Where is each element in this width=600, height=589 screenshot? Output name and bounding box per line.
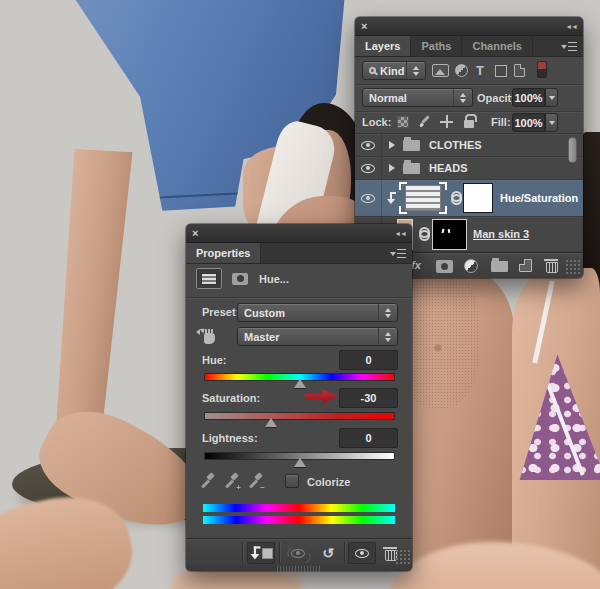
visibility-toggle[interactable] xyxy=(355,134,382,156)
delete-layer-button[interactable] xyxy=(544,258,558,272)
lightness-slider[interactable] xyxy=(204,452,395,470)
visibility-toggle[interactable] xyxy=(355,180,382,216)
new-group-button[interactable] xyxy=(491,261,508,272)
tab-layers[interactable]: Layers xyxy=(355,36,411,56)
lightness-value-input[interactable]: 0 xyxy=(339,428,398,448)
close-icon[interactable]: × xyxy=(192,228,198,239)
chevron-updown-icon xyxy=(406,62,419,79)
eyedropper-icon[interactable] xyxy=(200,473,216,490)
hue-slider-thumb[interactable] xyxy=(294,379,306,388)
panel-height-grip[interactable] xyxy=(277,566,321,572)
new-adjustment-layer-button[interactable] xyxy=(464,259,478,273)
layers-panel-titlebar[interactable]: × ◄◄ xyxy=(355,17,583,36)
add-layer-mask-button[interactable] xyxy=(436,260,453,273)
layer-mask-thumbnail[interactable] xyxy=(463,183,493,213)
opacity-value[interactable]: 100% xyxy=(512,88,545,107)
preset-dropdown[interactable]: Custom xyxy=(237,303,398,322)
saturation-slider-track[interactable] xyxy=(204,412,395,420)
hue-spectrum-bar-bottom xyxy=(203,516,395,524)
layer-style-button[interactable]: fx xyxy=(411,259,421,271)
colorize-checkbox[interactable] xyxy=(285,474,299,488)
panel-menu-icon[interactable] xyxy=(390,249,406,258)
artwork-man-torso xyxy=(398,268,514,580)
channel-dropdown[interactable]: Master xyxy=(237,327,398,346)
saturation-label: Saturation: xyxy=(202,392,260,404)
targeted-adjustment-tool-icon[interactable] xyxy=(200,329,217,345)
filtering-toggle-switch[interactable] xyxy=(537,61,547,78)
masks-button[interactable] xyxy=(227,268,253,289)
filter-kind-value: Kind xyxy=(380,65,404,77)
close-icon[interactable]: × xyxy=(361,21,367,32)
layer-mask-thumbnail[interactable] xyxy=(432,219,467,250)
filter-type-layers-icon[interactable]: T xyxy=(476,64,484,77)
panel-resize-grip[interactable] xyxy=(395,549,410,564)
eyedropper-subtract-icon[interactable]: − xyxy=(248,473,264,490)
hue-value-input[interactable]: 0 xyxy=(339,350,398,370)
expand-group-icon[interactable] xyxy=(389,164,395,172)
clip-to-layer-button[interactable] xyxy=(247,542,275,564)
chevron-updown-icon xyxy=(378,304,391,321)
filter-kind-dropdown[interactable]: Kind xyxy=(362,61,426,80)
properties-footer xyxy=(186,566,412,571)
collapse-panel-icon[interactable]: ◄◄ xyxy=(565,23,577,30)
lock-transparency-icon[interactable] xyxy=(397,116,409,128)
preset-value: Custom xyxy=(244,307,285,319)
expand-group-icon[interactable] xyxy=(389,141,395,149)
layer-row-heads[interactable]: HEADS xyxy=(355,157,583,180)
filter-pixel-layers-icon[interactable] xyxy=(432,64,449,77)
properties-bottom-bar: ↺ xyxy=(186,538,412,566)
view-previous-state-button[interactable] xyxy=(283,542,313,564)
visibility-toggle[interactable] xyxy=(355,157,382,179)
properties-panel-titlebar[interactable]: × ◄◄ xyxy=(186,224,412,243)
clip-to-layer-icon xyxy=(249,546,261,560)
collapse-panel-icon[interactable]: ◄◄ xyxy=(394,230,406,237)
reset-adjustment-button[interactable]: ↺ xyxy=(315,542,341,564)
hue-saturation-thumbnail[interactable] xyxy=(405,185,441,211)
eye-icon xyxy=(361,141,375,150)
fill-dropdown-button[interactable] xyxy=(545,113,558,132)
blend-mode-dropdown[interactable]: Normal xyxy=(362,88,473,107)
tab-properties[interactable]: Properties xyxy=(186,243,261,263)
eye-icon xyxy=(361,164,375,173)
layer-name[interactable]: Hue/Saturation xyxy=(500,192,578,204)
tab-paths[interactable]: Paths xyxy=(411,36,462,56)
eye-cycle-icon xyxy=(291,549,305,558)
tab-channels[interactable]: Channels xyxy=(462,36,533,56)
lightness-slider-thumb[interactable] xyxy=(294,458,306,467)
chevron-updown-icon xyxy=(378,328,391,345)
reset-icon: ↺ xyxy=(322,546,334,560)
saturation-value-input[interactable]: -30 xyxy=(339,388,398,408)
layer-row-hue-saturation[interactable]: Hue/Saturation xyxy=(355,180,583,217)
layer-name[interactable]: CLOTHES xyxy=(429,139,482,151)
new-layer-button[interactable] xyxy=(519,259,532,272)
adjustment-thumbnail-frame xyxy=(399,182,447,214)
fill-label: Fill: xyxy=(491,116,511,128)
adjustment-title: Hue... xyxy=(259,273,289,285)
filter-smart-objects-icon[interactable] xyxy=(514,64,525,77)
eyedropper-add-icon[interactable]: + xyxy=(224,473,240,490)
layer-name[interactable]: Man skin 3 xyxy=(473,228,529,240)
properties-panel-tabbar: Properties xyxy=(186,243,412,264)
mask-link-icon[interactable] xyxy=(418,227,427,241)
filter-adjustment-layers-icon[interactable] xyxy=(455,64,468,77)
group-folder-icon xyxy=(403,163,420,174)
fill-value[interactable]: 100% xyxy=(512,113,545,132)
mask-link-icon[interactable] xyxy=(450,191,459,205)
opacity-dropdown-button[interactable] xyxy=(545,88,558,107)
lock-position-icon[interactable] xyxy=(440,115,453,128)
layer-name[interactable]: HEADS xyxy=(429,162,468,174)
lock-all-icon[interactable] xyxy=(464,120,474,128)
lock-paint-icon[interactable] xyxy=(418,115,431,128)
filter-shape-layers-icon[interactable] xyxy=(495,65,507,77)
toggle-visibility-button[interactable] xyxy=(348,542,376,564)
hue-label: Hue: xyxy=(202,354,226,366)
panel-menu-icon[interactable] xyxy=(561,42,577,51)
layer-row-clothes[interactable]: CLOTHES xyxy=(355,134,583,157)
lightness-label: Lightness: xyxy=(202,432,258,444)
saturation-slider-thumb[interactable] xyxy=(265,418,277,427)
panel-resize-grip[interactable] xyxy=(565,259,580,274)
layers-scrollbar-thumb[interactable] xyxy=(568,137,577,163)
adjustment-settings-button[interactable] xyxy=(196,268,222,289)
hue-saturation-icon xyxy=(201,273,217,285)
artwork-left-shin xyxy=(38,148,147,448)
